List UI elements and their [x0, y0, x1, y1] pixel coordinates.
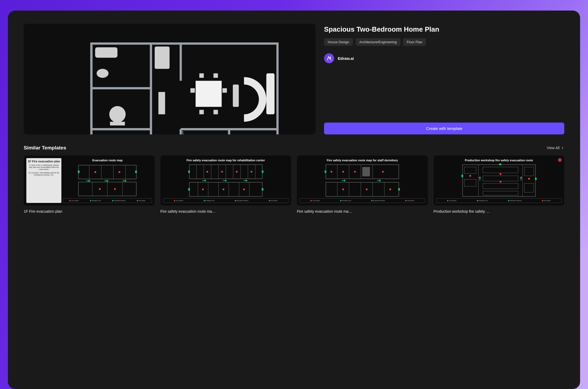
svg-rect-32 — [79, 165, 136, 179]
svg-point-91 — [354, 171, 356, 173]
author-row[interactable]: Edraw.ai — [324, 53, 564, 63]
svg-rect-100 — [483, 176, 518, 181]
svg-rect-66 — [188, 188, 190, 191]
similar-caption: Fire safety evacuation route ma… — [160, 209, 291, 213]
svg-rect-102 — [483, 191, 518, 195]
similar-grid: 1F Fire evacuation plan In case of fire … — [24, 155, 564, 213]
svg-rect-101 — [483, 183, 518, 189]
similar-thumb: Production workshop fire safety evacuati… — [434, 155, 565, 206]
svg-rect-15 — [110, 122, 125, 125]
similar-card[interactable]: Fire safety evacuation route map for reh… — [160, 155, 291, 213]
svg-rect-76 — [326, 182, 399, 197]
chevron-right-icon — [561, 146, 564, 150]
thumb-legend: Your position Emergency exit Evacuation … — [436, 198, 562, 203]
evac-map-icon — [300, 163, 425, 198]
svg-point-95 — [389, 188, 391, 190]
svg-point-93 — [342, 188, 344, 190]
svg-point-74 — [243, 188, 245, 190]
svg-rect-65 — [262, 171, 263, 173]
svg-rect-88 — [398, 188, 400, 191]
svg-rect-22 — [190, 88, 195, 93]
svg-point-112 — [499, 181, 501, 183]
svg-point-14 — [109, 106, 126, 123]
svg-rect-17 — [196, 81, 222, 107]
svg-rect-96 — [462, 165, 535, 197]
app-window: POWERED BY EDRAW.AI Spacious Two-Bedroom… — [8, 11, 580, 389]
svg-point-113 — [528, 178, 530, 180]
svg-rect-23 — [223, 88, 227, 93]
evac-map-icon — [63, 164, 152, 197]
svg-rect-107 — [461, 175, 463, 177]
floorplan-canvas[interactable] — [24, 24, 316, 134]
thumb-inner-title: Fire safety evacuation route map for reh… — [163, 158, 289, 163]
svg-rect-86 — [362, 167, 370, 177]
similar-card[interactable]: Fire safety evacuation route map for sta… — [297, 155, 428, 213]
thumb-inner-title-row: Production workshop fire safety evacuati… — [436, 158, 562, 163]
thumb-inner-title: Fire safety evacuation route map for sta… — [300, 158, 425, 163]
svg-point-46 — [114, 188, 116, 190]
svg-rect-21 — [214, 110, 218, 114]
evac-map-icon — [436, 163, 562, 198]
similar-card[interactable]: Production workshop fire safety evacuati… — [434, 155, 565, 213]
tag-floor-plan[interactable]: Floor Plan — [403, 38, 426, 46]
svg-rect-108 — [535, 178, 537, 180]
svg-point-71 — [251, 171, 252, 173]
svg-point-45 — [99, 188, 101, 190]
svg-rect-41 — [78, 171, 80, 173]
fire-badge-icon — [558, 158, 562, 162]
info-panel: Spacious Two-Bedroom Home Plan House Des… — [324, 24, 564, 134]
thumb-side-title: 1F Fire evacuation plan — [27, 160, 60, 163]
svg-point-111 — [499, 173, 501, 175]
svg-rect-48 — [189, 182, 262, 197]
thumb-main: Evacuation route map Your position Emerg… — [63, 158, 152, 203]
similar-thumb: Fire safety evacuation route map for sta… — [297, 155, 428, 206]
svg-point-44 — [119, 171, 120, 173]
svg-point-72 — [202, 188, 204, 190]
svg-rect-99 — [483, 167, 518, 173]
similar-caption: 1F Fire evacuation plan — [24, 209, 155, 213]
thumb-legend: Your position Emergency exit Evacuation … — [300, 198, 425, 203]
tag-architecture[interactable]: Architecture/Engineering — [356, 38, 400, 46]
view-all-label: View All — [547, 146, 560, 150]
svg-point-70 — [236, 171, 238, 173]
similar-thumb: Fire safety evacuation route map for reh… — [160, 155, 291, 206]
svg-point-73 — [222, 188, 224, 190]
similar-caption: Fire safety evacuation route ma… — [297, 209, 428, 213]
evac-map-icon — [163, 163, 289, 198]
similar-caption: Production workshop fire safety … — [434, 209, 565, 213]
tag-house-design[interactable]: House Design — [324, 38, 353, 46]
similar-templates-heading: Similar Templates — [24, 145, 66, 151]
svg-point-110 — [469, 175, 471, 177]
svg-rect-25 — [266, 74, 275, 114]
view-all-link[interactable]: View All — [547, 146, 564, 150]
template-title: Spacious Two-Bedroom Home Plan — [324, 25, 564, 33]
svg-rect-42 — [135, 171, 137, 173]
author-avatar-icon — [324, 53, 334, 63]
similar-thumb: 1F Fire evacuation plan In case of fire … — [24, 155, 155, 206]
svg-rect-103 — [464, 167, 476, 174]
svg-point-90 — [342, 171, 344, 173]
svg-rect-13 — [159, 92, 165, 114]
svg-point-43 — [95, 171, 96, 173]
svg-rect-104 — [464, 179, 476, 187]
svg-rect-87 — [325, 171, 326, 173]
svg-rect-105 — [524, 167, 534, 176]
svg-rect-12 — [155, 47, 170, 69]
thumb-inner-title: Production workshop fire safety evacuati… — [465, 159, 533, 162]
preview-panel: POWERED BY EDRAW.AI — [24, 24, 316, 134]
thumb-inner-title: Evacuation route map — [63, 158, 152, 163]
svg-point-68 — [206, 171, 208, 173]
thumb-legend: Your position Emergency exit Evacuation … — [163, 198, 289, 203]
similar-header: Similar Templates View All — [24, 145, 564, 151]
svg-rect-18 — [199, 74, 204, 78]
top-row: POWERED BY EDRAW.AI Spacious Two-Bedroom… — [24, 24, 564, 134]
svg-rect-24 — [233, 85, 239, 107]
svg-point-11 — [97, 69, 109, 78]
svg-rect-109 — [499, 163, 501, 165]
author-name: Edraw.ai — [338, 56, 354, 61]
similar-card[interactable]: 1F Fire evacuation plan In case of fire … — [24, 155, 155, 213]
svg-rect-67 — [262, 188, 263, 191]
svg-point-94 — [366, 188, 368, 190]
floorplan-svg — [38, 36, 301, 134]
create-with-template-button[interactable]: Create with template — [324, 123, 564, 134]
